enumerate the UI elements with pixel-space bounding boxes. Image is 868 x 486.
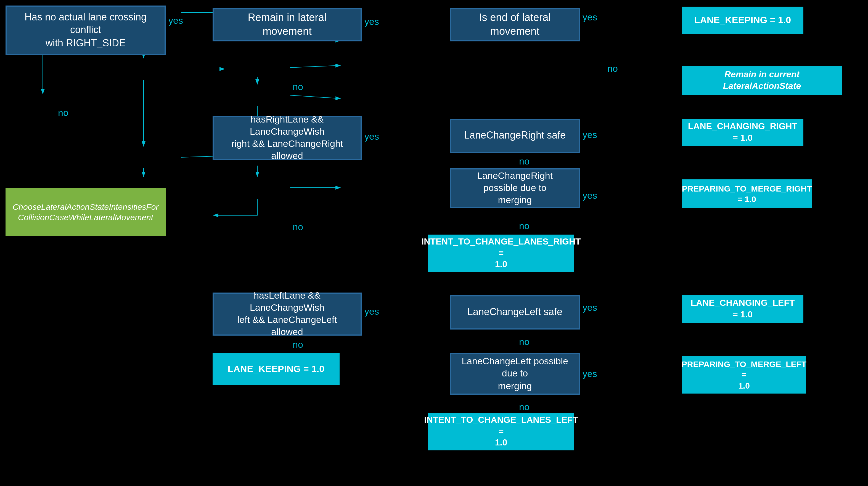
lane-changing-left-node: LANE_CHANGING_LEFT = 1.0 [682, 295, 803, 323]
has-right-lane-node: hasRightLane && LaneChangeWish right && … [213, 116, 362, 160]
yes-label-5: yes [583, 130, 597, 141]
lane-keeping-bottom-node: LANE_KEEPING = 1.0 [213, 353, 340, 385]
no-label-7: no [519, 337, 529, 348]
choose-lateral-node: ChooseLateralActionStateIntensitiesFor C… [5, 188, 166, 236]
remain-current-node: Remain in current LateralActionState [682, 66, 842, 95]
no-label-8: no [519, 402, 529, 413]
yes-label-1: yes [168, 15, 183, 27]
no-label-2: no [292, 82, 303, 93]
preparing-merge-right-node: PREPARING_TO_MERGE_RIGHT = 1.0 [682, 180, 812, 208]
has-left-lane-node: hasLeftLane && LaneChangeWish left && La… [213, 293, 362, 335]
preparing-merge-left-node: PREPARING_TO_MERGE_LEFT = 1.0 [682, 356, 806, 393]
no-label-4: no [519, 221, 529, 232]
lane-change-right-safe-node: LaneChangeRight safe [450, 119, 580, 153]
no-label-9: no [292, 339, 303, 351]
no-label-1: no [608, 63, 618, 74]
is-end-lateral-node: Is end of lateral movement [450, 8, 580, 41]
no-label-5: no [292, 222, 303, 233]
yes-label-2: yes [365, 17, 379, 28]
intent-change-right-node: INTENT_TO_CHANGE_LANES_RIGHT = 1.0 [428, 235, 574, 272]
has-no-conflict-node: Has no actual lane crossing conflict wit… [5, 5, 166, 55]
lane-changing-right-node: LANE_CHANGING_RIGHT = 1.0 [682, 119, 803, 146]
lane-change-right-merge-node: LaneChangeRight possible due to merging [450, 168, 580, 208]
yes-label-7: yes [365, 306, 379, 317]
no-label-6: no [58, 108, 68, 119]
lane-change-left-safe-node: LaneChangeLeft safe [450, 295, 580, 329]
lane-change-left-merge-node: LaneChangeLeft possible due to merging [450, 353, 580, 395]
yes-label-3: yes [583, 12, 597, 23]
intent-change-left-node: INTENT_TO_CHANGE_LANES_LEFT = 1.0 [428, 413, 574, 450]
lane-keeping-top-node: LANE_KEEPING = 1.0 [682, 7, 803, 34]
yes-label-9: yes [583, 369, 597, 380]
no-label-3: no [519, 156, 529, 167]
remain-lateral-node: Remain in lateral movement [213, 8, 362, 41]
yes-label-8: yes [583, 302, 597, 314]
yes-label-4: yes [365, 131, 379, 142]
yes-label-6: yes [583, 190, 597, 201]
